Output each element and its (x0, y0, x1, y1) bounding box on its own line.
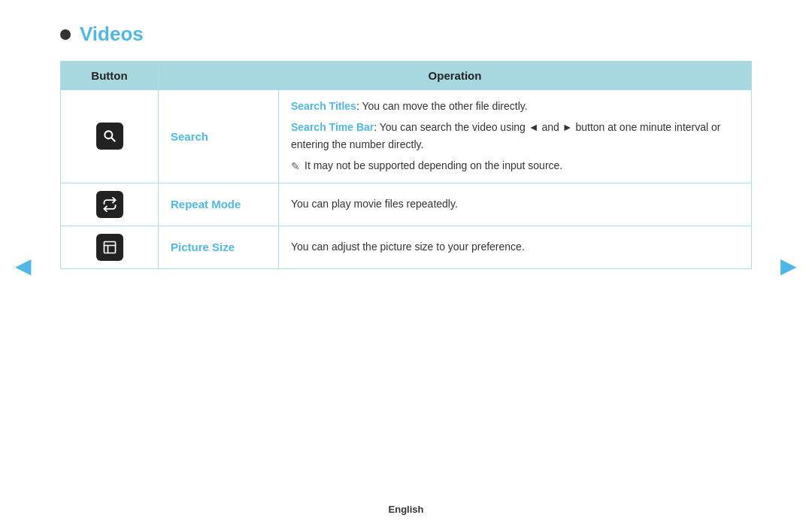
header-operation: Operation (159, 62, 752, 90)
feature-name-repeat: Repeat Mode (159, 183, 279, 226)
page-content: Videos Button Operation (0, 0, 812, 284)
icon-cell-search (61, 90, 159, 183)
page-title: Videos (80, 23, 144, 46)
repeat-icon (96, 191, 123, 218)
table-row: Repeat Mode You can play movie files rep… (61, 183, 752, 226)
search-icon (96, 123, 123, 150)
svg-line-1 (111, 138, 115, 141)
nav-arrow-right[interactable]: ▶ (780, 253, 797, 277)
operation-cell-picture: You can adjust the picture size to your … (279, 226, 752, 268)
operation-cell-repeat: You can play movie files repeatedly. (279, 183, 752, 226)
operation-cell-search: Search Titles: You can move the other fi… (279, 90, 752, 183)
search-titles-line: Search Titles: You can move the other fi… (291, 98, 739, 114)
picture-size-icon (96, 234, 123, 261)
bullet-icon (60, 29, 71, 40)
note-icon: ✎ (291, 158, 300, 174)
table-row: Search Search Titles: You can move the o… (61, 90, 752, 183)
nav-arrow-left[interactable]: ◀ (15, 253, 32, 277)
note-text: It may not be supported depending on the… (304, 157, 562, 174)
footer-language: English (389, 504, 424, 515)
note-line: ✎ It may not be supported depending on t… (291, 157, 739, 174)
feature-name-picture: Picture Size (159, 226, 279, 268)
icon-cell-repeat (61, 183, 159, 226)
page-title-section: Videos (60, 23, 752, 46)
search-timebar-line: Search Time Bar: You can search the vide… (291, 119, 739, 153)
svg-rect-2 (104, 241, 115, 253)
header-button: Button (61, 62, 159, 90)
icon-cell-picture (61, 226, 159, 268)
feature-name-search: Search (159, 90, 279, 183)
features-table: Button Operation Search (60, 61, 752, 269)
table-row: Picture Size You can adjust the picture … (61, 226, 752, 268)
